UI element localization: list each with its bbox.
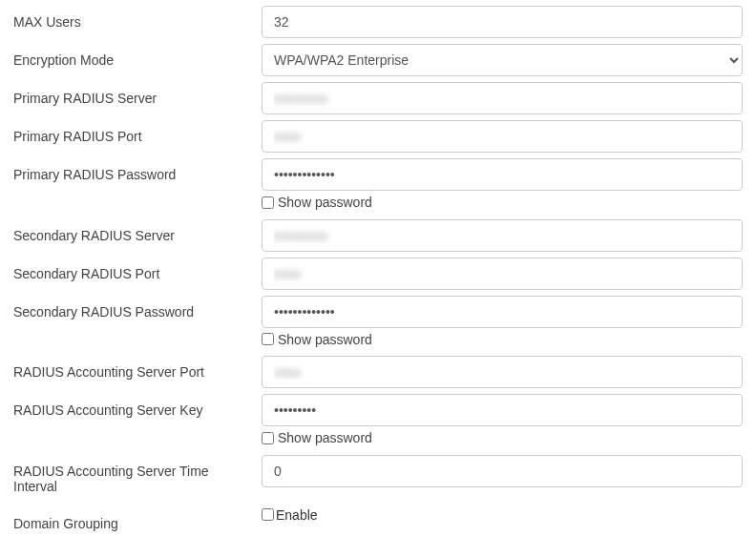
label-secondary-radius-password: Secondary RADIUS Password [13, 296, 262, 320]
show-password-primary: Show password [262, 195, 743, 212]
row-radius-acct-key: RADIUS Accounting Server Key Show passwo… [13, 394, 743, 449]
input-secondary-radius-password[interactable] [262, 296, 743, 328]
row-domain-grouping: Domain Grouping Enable [13, 507, 743, 531]
input-secondary-radius-port[interactable] [262, 258, 743, 290]
row-primary-radius-password: Primary RADIUS Password Show password [13, 158, 743, 214]
row-primary-radius-port: Primary RADIUS Port [13, 120, 743, 153]
show-password-acct-key: Show password [262, 430, 743, 447]
label-primary-radius-port: Primary RADIUS Port [13, 120, 262, 144]
label-show-password-primary: Show password [278, 195, 372, 210]
input-primary-radius-port[interactable] [262, 120, 743, 153]
row-primary-radius-server: Primary RADIUS Server [13, 82, 743, 114]
label-encryption-mode: Encryption Mode [13, 44, 262, 68]
show-password-secondary: Show password [262, 332, 743, 349]
label-show-password-secondary: Show password [278, 332, 372, 347]
input-primary-radius-server[interactable] [262, 82, 743, 114]
input-radius-acct-interval[interactable] [262, 455, 743, 487]
input-radius-acct-key[interactable] [262, 394, 743, 426]
input-max-users[interactable] [262, 6, 743, 38]
label-domain-grouping-enable: Enable [276, 507, 318, 523]
label-show-password-acct-key: Show password [278, 430, 372, 445]
label-secondary-radius-port: Secondary RADIUS Port [13, 258, 262, 281]
input-radius-acct-port[interactable] [262, 356, 743, 388]
input-primary-radius-password[interactable] [262, 158, 743, 191]
select-encryption-mode[interactable]: WPA/WPA2 Enterprise [262, 44, 743, 76]
label-primary-radius-server: Primary RADIUS Server [13, 82, 262, 106]
row-secondary-radius-password: Secondary RADIUS Password Show password [13, 296, 743, 351]
row-secondary-radius-port: Secondary RADIUS Port [13, 258, 743, 290]
row-radius-acct-port: RADIUS Accounting Server Port [13, 356, 743, 388]
row-radius-acct-interval: RADIUS Accounting Server Time Interval [13, 455, 743, 494]
row-secondary-radius-server: Secondary RADIUS Server [13, 219, 743, 252]
label-radius-acct-port: RADIUS Accounting Server Port [13, 356, 262, 380]
label-primary-radius-password: Primary RADIUS Password [13, 158, 262, 182]
input-secondary-radius-server[interactable] [262, 219, 743, 252]
label-secondary-radius-server: Secondary RADIUS Server [13, 219, 262, 243]
label-radius-acct-interval: RADIUS Accounting Server Time Interval [13, 455, 262, 494]
checkbox-show-password-acct-key[interactable] [262, 432, 274, 444]
label-domain-grouping: Domain Grouping [13, 507, 262, 531]
checkbox-show-password-primary[interactable] [262, 196, 274, 209]
checkbox-domain-grouping-enable[interactable] [262, 508, 274, 521]
label-max-users: MAX Users [13, 6, 262, 30]
row-max-users: MAX Users [13, 6, 743, 38]
checkbox-show-password-secondary[interactable] [262, 333, 274, 345]
row-encryption-mode: Encryption Mode WPA/WPA2 Enterprise [13, 44, 743, 76]
label-radius-acct-key: RADIUS Accounting Server Key [13, 394, 262, 418]
